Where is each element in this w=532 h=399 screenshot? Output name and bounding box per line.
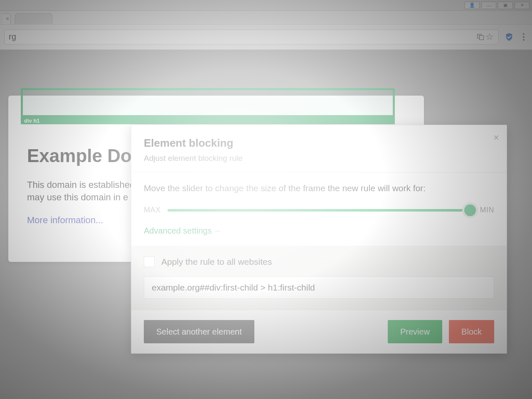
frame-size-slider[interactable]: MAX MIN [144, 206, 494, 214]
tab-strip: × [0, 11, 532, 24]
advanced-panel: Apply the rule to all websites [131, 246, 507, 310]
url-text: rg [9, 32, 16, 42]
slider-min-label: MIN [480, 206, 495, 214]
menu-icon[interactable] [520, 32, 528, 42]
slider-track[interactable] [167, 209, 473, 212]
browser-chrome: 👤 — ▣ ✕ × rg ☆ [0, 0, 532, 50]
element-blocking-modal: Element blocking Adjust element blocking… [131, 125, 507, 354]
svg-rect-1 [480, 35, 484, 39]
modal-footer: Select another element Preview Block [131, 310, 507, 353]
translate-icon[interactable] [476, 32, 485, 42]
element-highlight [21, 88, 395, 117]
star-icon[interactable]: ☆ [485, 32, 494, 42]
advanced-settings-toggle[interactable]: Advanced settings ︿ [144, 226, 221, 236]
shield-icon[interactable] [505, 32, 514, 42]
preview-button[interactable]: Preview [388, 320, 442, 343]
address-bar[interactable]: rg ☆ [4, 30, 499, 44]
rule-input[interactable] [144, 276, 494, 299]
apply-all-row: Apply the rule to all websites [144, 256, 494, 267]
slider-instructions: Move the slider to change the size of th… [144, 183, 494, 193]
element-selector-label: div h1 [21, 117, 395, 124]
modal-header: Element blocking Adjust element blocking… [131, 125, 507, 172]
apply-all-label: Apply the rule to all websites [161, 257, 272, 267]
maximize-button[interactable]: ▣ [498, 2, 513, 9]
close-icon[interactable]: × [493, 132, 499, 143]
close-window-button[interactable]: ✕ [515, 2, 530, 9]
address-row: rg ☆ [0, 24, 532, 49]
select-another-button[interactable]: Select another element [144, 320, 254, 343]
user-icon[interactable]: 👤 [465, 2, 480, 9]
window-titlebar: 👤 — ▣ ✕ [0, 0, 532, 11]
toolbar-right [505, 32, 528, 42]
modal-title: Element blocking [144, 137, 494, 150]
advanced-settings-label: Advanced settings [144, 226, 212, 236]
modal-subtitle: Adjust element blocking rule [144, 154, 494, 163]
slider-thumb[interactable] [464, 204, 476, 216]
minimize-button[interactable]: — [481, 2, 496, 9]
browser-tab[interactable] [15, 13, 52, 24]
slider-max-label: MAX [144, 206, 161, 214]
chevron-up-icon: ︿ [215, 227, 221, 234]
more-info-link[interactable]: More information... [27, 215, 103, 225]
apply-all-checkbox[interactable] [144, 256, 155, 267]
block-button[interactable]: Block [449, 320, 494, 343]
tab-close-icon[interactable]: × [4, 15, 11, 22]
modal-body: Move the slider to change the size of th… [131, 172, 507, 246]
